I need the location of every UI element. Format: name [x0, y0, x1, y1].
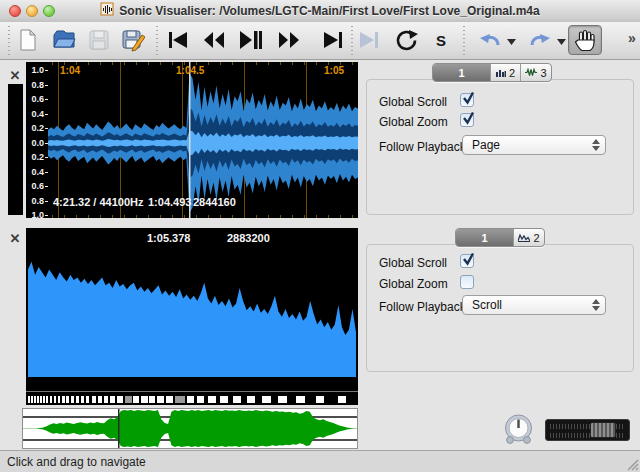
tab-label: 1 [481, 232, 487, 244]
scale-tick-label: 0.4 [26, 110, 44, 119]
rewind-icon [202, 28, 226, 52]
piano-key-mark [62, 396, 65, 403]
skip-end-icon [321, 28, 345, 52]
rewind-button[interactable] [202, 28, 226, 52]
tab-pane1[interactable]: 1 [433, 64, 491, 81]
undo-menu-button[interactable] [506, 38, 516, 46]
pane2-close-button[interactable]: ✕ [7, 230, 23, 246]
piano-key-mark [133, 396, 139, 403]
resize-grip[interactable] [625, 457, 639, 471]
piano-key-mark [34, 396, 36, 403]
fader-handle[interactable] [590, 422, 616, 438]
status-text: Click and drag to navigate [0, 455, 146, 469]
new-session-button[interactable] [16, 28, 40, 52]
time-ruler-label: 1:05 [324, 65, 344, 76]
redo-menu-button[interactable] [556, 38, 566, 46]
pane1-duration-samplerate: 4:21.32 / 44100Hz [53, 196, 144, 208]
pane2-divider-line [26, 391, 358, 392]
piano-key-mark [278, 396, 287, 403]
piano-key-mark [338, 396, 346, 403]
pane1-waveform-canvas[interactable] [48, 62, 358, 218]
scale-tick-label: 0.4 [26, 168, 44, 177]
undo-arrow-icon [478, 29, 502, 51]
follow-playback-value: Scroll [463, 298, 589, 312]
piano-key-mark [40, 396, 42, 403]
pane2-spectrum-canvas[interactable] [26, 246, 358, 377]
tab-pane2[interactable]: 1 [456, 229, 514, 246]
chevron-down-icon [507, 39, 516, 45]
spectrogram-layer-icon [496, 68, 506, 77]
piano-key-mark [76, 396, 79, 403]
chevron-down-icon [557, 39, 566, 45]
pane2-global-zoom-checkbox[interactable] [460, 275, 474, 289]
playback-speed-knob[interactable] [504, 414, 533, 445]
piano-key-mark [208, 396, 216, 403]
spectrum-layer-icon [518, 233, 530, 242]
follow-playback-label: Follow Playback [379, 300, 466, 314]
pane2-properties-tabs: 1 2 [455, 228, 545, 247]
pane2-follow-playback-select[interactable]: Scroll [462, 295, 606, 315]
save-as-disk-pencil-icon [121, 28, 145, 52]
piano-key-mark [31, 396, 33, 403]
skip-start-icon [166, 28, 190, 52]
scale-tick-label: 0.6 [26, 182, 44, 191]
toolbar-separator [351, 26, 353, 56]
save-disk-icon [88, 29, 110, 51]
global-scroll-label: Global Scroll [379, 256, 447, 270]
piano-key-mark [296, 396, 305, 403]
pane1-waveform-view[interactable]: 1.00.80.60.40.20.00.20.40.60.81.0 1:04 1… [26, 62, 358, 218]
undo-button[interactable] [478, 28, 502, 52]
overview-panner[interactable] [22, 408, 358, 449]
app-window: Sonic Visualiser: /Volumes/LGTC-Main/Fir… [0, 0, 640, 472]
pane2-global-scroll-checkbox[interactable] [460, 254, 474, 268]
pane1-global-zoom-checkbox[interactable] [460, 113, 474, 127]
tab-spectrum-layer[interactable]: 2 [514, 229, 544, 246]
fast-forward-button[interactable] [277, 28, 301, 52]
pane1-global-scroll-checkbox[interactable] [460, 93, 474, 107]
pane1-follow-playback-select[interactable]: Page [462, 135, 606, 155]
piano-key-mark [46, 396, 48, 403]
solo-label: S [436, 32, 446, 49]
save-session-as-button[interactable] [121, 28, 145, 52]
piano-key-mark [175, 396, 185, 403]
save-session-button[interactable] [87, 28, 111, 52]
window-title: Sonic Visualiser: /Volumes/LGTC-Main/Fir… [119, 4, 539, 18]
toolbar-overflow-button[interactable]: » [624, 30, 640, 50]
fast-forward-to-end-button[interactable] [321, 28, 345, 52]
tab-layer3[interactable]: 3 [521, 64, 551, 81]
tab-layer2[interactable]: 2 [491, 64, 521, 81]
piano-key-mark [54, 396, 56, 403]
navigate-tool-button[interactable] [568, 25, 602, 55]
piano-key-mark [197, 396, 204, 403]
piano-key-mark [117, 396, 123, 403]
follow-playback-label: Follow Playback [379, 140, 466, 154]
tab-label: 2 [533, 232, 539, 244]
title-bar[interactable]: Sonic Visualiser: /Volumes/LGTC-Main/Fir… [0, 0, 640, 23]
playback-volume-fader[interactable] [545, 419, 630, 441]
play-selection-button[interactable] [357, 28, 381, 52]
pane2-spectrum-view[interactable]: 1:05.378 2883200 [26, 228, 358, 405]
piano-key-mark [149, 396, 155, 403]
fast-forward-icon [277, 28, 301, 52]
play-pause-button[interactable] [238, 28, 262, 52]
toolbar-separator [463, 26, 465, 56]
loop-playback-button[interactable] [394, 28, 418, 52]
overview-waveform-canvas[interactable] [23, 409, 357, 448]
solo-button[interactable]: S [429, 28, 453, 52]
scale-tick-label: 1.0 [26, 66, 44, 75]
redo-arrow-icon [528, 29, 552, 51]
pane1-close-button[interactable]: ✕ [7, 67, 23, 83]
piano-key-mark [37, 396, 39, 403]
piano-key-mark [81, 396, 84, 403]
piano-key-mark [247, 396, 255, 403]
tab-label: 2 [509, 67, 515, 79]
piano-key-mark [66, 396, 69, 403]
rewind-to-start-button[interactable] [166, 28, 190, 52]
piano-key-mark [110, 396, 115, 403]
piano-key-mark [43, 396, 45, 403]
redo-button[interactable] [528, 28, 552, 52]
open-session-button[interactable] [52, 28, 76, 52]
frequency-piano-scale[interactable] [26, 395, 358, 404]
piano-key-mark [233, 396, 241, 403]
global-zoom-label: Global Zoom [379, 115, 448, 129]
